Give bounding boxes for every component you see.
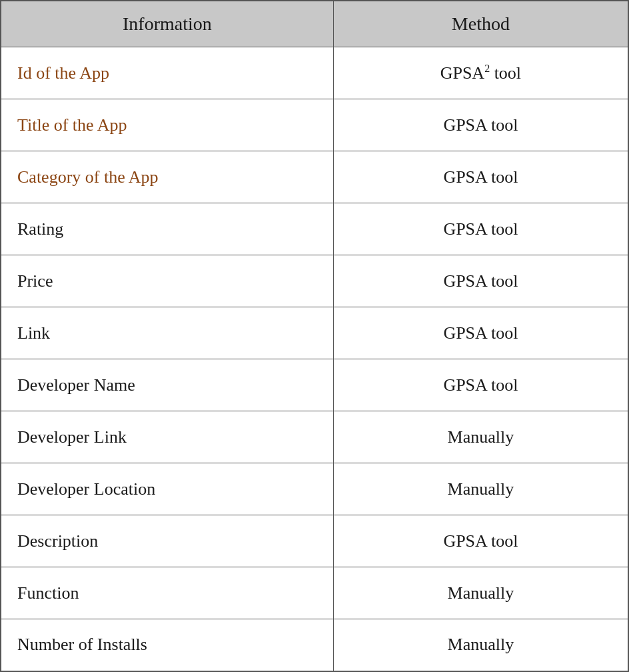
method-cell: Manually xyxy=(333,567,628,619)
info-cell: Developer Name xyxy=(1,359,333,411)
info-cell: Developer Location xyxy=(1,463,333,515)
header-method: Method xyxy=(333,1,628,47)
table-row: PriceGPSA tool xyxy=(1,255,628,307)
table-row: Developer LinkManually xyxy=(1,411,628,463)
method-cell: GPSA tool xyxy=(333,203,628,255)
method-cell: GPSA2 tool xyxy=(333,47,628,99)
info-cell: Function xyxy=(1,567,333,619)
table-row: Id of the AppGPSA2 tool xyxy=(1,47,628,99)
method-cell: Manually xyxy=(333,463,628,515)
table-row: LinkGPSA tool xyxy=(1,307,628,359)
info-cell: Link xyxy=(1,307,333,359)
method-cell: GPSA tool xyxy=(333,255,628,307)
table-row: DescriptionGPSA tool xyxy=(1,515,628,567)
method-cell: GPSA tool xyxy=(333,359,628,411)
header-row: Information Method xyxy=(1,1,628,47)
method-cell: GPSA tool xyxy=(333,515,628,567)
info-cell: Id of the App xyxy=(1,47,333,99)
table-row: Category of the AppGPSA tool xyxy=(1,151,628,203)
table-row: RatingGPSA tool xyxy=(1,203,628,255)
header-information: Information xyxy=(1,1,333,47)
table-row: Number of InstallsManually xyxy=(1,619,628,671)
method-cell: GPSA tool xyxy=(333,151,628,203)
info-cell: Developer Link xyxy=(1,411,333,463)
info-cell: Number of Installs xyxy=(1,619,333,671)
method-cell: Manually xyxy=(333,619,628,671)
info-cell: Price xyxy=(1,255,333,307)
table-row: FunctionManually xyxy=(1,567,628,619)
method-cell: GPSA tool xyxy=(333,307,628,359)
info-cell: Description xyxy=(1,515,333,567)
info-cell: Title of the App xyxy=(1,99,333,151)
info-cell: Rating xyxy=(1,203,333,255)
table-container: Information Method Id of the AppGPSA2 to… xyxy=(0,0,629,672)
method-cell: Manually xyxy=(333,411,628,463)
info-cell: Category of the App xyxy=(1,151,333,203)
table-row: Developer LocationManually xyxy=(1,463,628,515)
data-table: Information Method Id of the AppGPSA2 to… xyxy=(0,0,629,672)
method-cell: GPSA tool xyxy=(333,99,628,151)
table-row: Developer NameGPSA tool xyxy=(1,359,628,411)
table-row: Title of the AppGPSA tool xyxy=(1,99,628,151)
